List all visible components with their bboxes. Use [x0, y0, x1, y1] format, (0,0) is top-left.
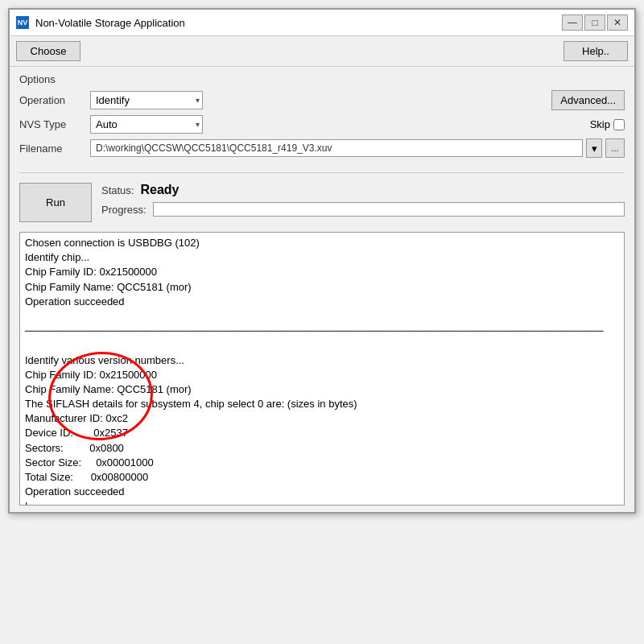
app-icon: NV — [16, 16, 29, 29]
maximize-button[interactable]: □ — [584, 14, 605, 31]
log-container[interactable]: Chosen connection is USBDBG (102) Identi… — [19, 232, 625, 506]
filename-row: Filename ▾ … — [19, 138, 625, 158]
filename-dropdown-btn[interactable]: ▾ — [586, 138, 602, 158]
options-label: Options — [19, 73, 625, 85]
operation-select-wrapper: Identify Program Erase Verify Read ▾ — [90, 91, 203, 109]
skip-label: Skip — [590, 118, 610, 130]
progress-bar-container — [153, 202, 625, 217]
operation-row: Operation Identify Program Erase Verify … — [19, 90, 625, 110]
operation-label: Operation — [19, 94, 84, 106]
status-area: Status: Ready Progress: — [101, 183, 625, 217]
status-label: Status: — [101, 184, 134, 196]
options-section: Options Operation Identify Program Erase… — [10, 67, 634, 169]
progress-label: Progress: — [101, 204, 147, 216]
nvs-type-row: NVS Type Auto NOR Flash NAND Flash ▾ Ski… — [19, 115, 625, 134]
filename-control-group: ▾ … — [90, 138, 625, 158]
window-controls: — □ ✕ — [562, 14, 628, 31]
choose-button[interactable]: Choose — [16, 41, 80, 61]
window-title: Non-Volatile Storage Application — [35, 17, 555, 29]
skip-checkbox[interactable] — [613, 119, 625, 130]
close-button[interactable]: ✕ — [607, 14, 628, 31]
nvs-type-select[interactable]: Auto NOR Flash NAND Flash — [90, 115, 203, 134]
filename-label: Filename — [19, 142, 84, 155]
minimize-button[interactable]: — — [562, 14, 583, 31]
status-value: Ready — [140, 183, 179, 197]
run-section: Run Status: Ready Progress: — [10, 176, 634, 229]
help-button[interactable]: Help.. — [564, 41, 628, 61]
nvs-type-control-group: Auto NOR Flash NAND Flash ▾ Skip — [90, 115, 625, 134]
filename-browse-button[interactable]: … — [605, 138, 625, 158]
advanced-button[interactable]: Advanced... — [551, 90, 625, 110]
operation-control-group: Identify Program Erase Verify Read ▾ Adv… — [90, 90, 625, 110]
filename-input[interactable] — [90, 139, 583, 157]
skip-wrapper: Skip — [590, 118, 625, 130]
toolbar: Choose Help.. — [10, 36, 634, 67]
main-window: NV Non-Volatile Storage Application — □ … — [8, 8, 636, 514]
separator-1 — [19, 172, 625, 173]
progress-row: Progress: — [101, 202, 625, 217]
run-button[interactable]: Run — [19, 183, 92, 222]
title-bar: NV Non-Volatile Storage Application — □ … — [10, 10, 634, 36]
filename-dropdown-wrapper: ▾ — [586, 138, 602, 158]
log-text: Chosen connection is USBDBG (102) Identi… — [25, 236, 619, 506]
status-row: Status: Ready — [101, 183, 625, 197]
nvs-type-label: NVS Type — [19, 118, 84, 130]
log-section: Chosen connection is USBDBG (102) Identi… — [19, 232, 625, 506]
operation-select[interactable]: Identify Program Erase Verify Read — [90, 91, 203, 109]
nvs-type-select-wrapper: Auto NOR Flash NAND Flash ▾ — [90, 115, 203, 134]
